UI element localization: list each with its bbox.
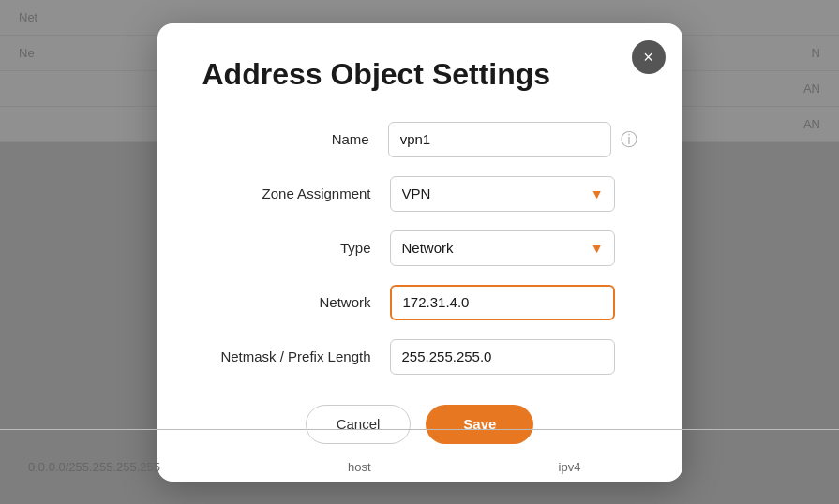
close-icon: ×	[643, 49, 653, 66]
bg-bottom-col1: 0.0.0.0/255.255.255.255	[28, 460, 160, 474]
bg-bottom-col2: host	[348, 460, 371, 474]
netmask-input[interactable]	[390, 339, 615, 375]
zone-assignment-row: Zone Assignment VPN LAN WAN DMZ ▼	[202, 176, 637, 212]
zone-assignment-select-wrapper: VPN LAN WAN DMZ ▼	[390, 176, 615, 212]
address-object-settings-modal: × Address Object Settings Name ⓘ Zone As…	[157, 23, 682, 482]
background-bottom-row: 0.0.0.0/255.255.255.255 host ipv4	[0, 429, 839, 504]
network-input[interactable]	[390, 285, 615, 320]
netmask-label: Netmask / Prefix Length	[202, 348, 390, 364]
name-label: Name	[202, 131, 388, 147]
bg-bottom-col3: ipv4	[559, 460, 581, 474]
zone-assignment-select[interactable]: VPN LAN WAN DMZ	[390, 176, 615, 212]
info-icon: ⓘ	[621, 128, 637, 151]
type-row: Type Network Host Range ▼	[202, 230, 637, 266]
network-row: Network	[202, 285, 637, 320]
type-select-wrapper: Network Host Range ▼	[390, 230, 615, 266]
type-label: Type	[202, 240, 390, 256]
type-select[interactable]: Network Host Range	[390, 230, 615, 266]
zone-assignment-label: Zone Assignment	[202, 185, 390, 201]
modal-title: Address Object Settings	[202, 57, 637, 92]
name-input[interactable]	[388, 122, 611, 157]
close-button[interactable]: ×	[632, 40, 666, 74]
netmask-row: Netmask / Prefix Length	[202, 339, 637, 375]
name-row: Name ⓘ	[202, 122, 637, 157]
network-label: Network	[202, 294, 390, 310]
